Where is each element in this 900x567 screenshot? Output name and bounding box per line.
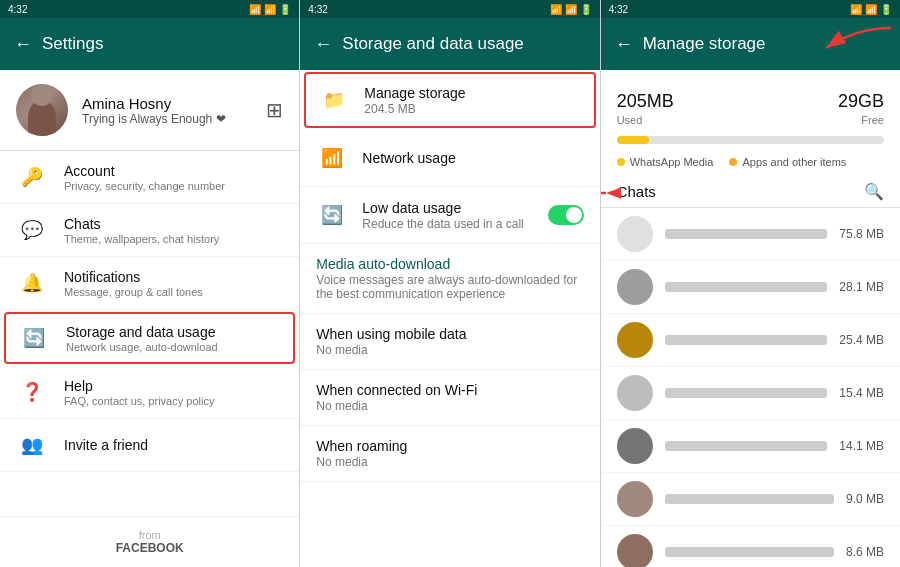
media-auto-download-item[interactable]: Media auto-download Voice messages are a… [300,244,599,314]
footer-from: from [139,529,161,541]
help-icon: ❓ [16,376,48,408]
settings-item-notifications[interactable]: 🔔 Notifications Message, group & call to… [0,257,299,310]
legend-dot-apps [729,158,737,166]
settings-item-invite[interactable]: 👥 Invite a friend [0,419,299,472]
notifications-subtitle: Message, group & call tones [64,286,203,298]
signal-icon-3: 📶 [865,4,877,15]
footer-brand: FACEBOOK [12,541,287,555]
wifi-text: When connected on Wi-Fi No media [316,382,477,413]
chat-list-item[interactable]: 15.4 MB [601,367,900,420]
storage-text: Storage and data usage Network usage, au… [66,324,218,353]
mobile-data-title: When using mobile data [316,326,466,342]
status-time-3: 4:32 [609,4,628,15]
invite-icon: 👥 [16,429,48,461]
network-usage-title: Network usage [362,150,455,166]
status-icons-2: 📶 📶 🔋 [550,4,592,15]
chat-avatar-4 [617,428,653,464]
account-text: Account Privacy, security, change number [64,163,225,192]
settings-item-storage[interactable]: 🔄 Storage and data usage Network usage, … [4,312,295,364]
chat-items-list: 75.8 MB 28.1 MB 25.4 MB 15.4 MB [601,208,900,567]
roaming-subtitle: No media [316,455,407,469]
storage-bar-fill [617,136,649,144]
storage-subtitle: Network usage, auto-download [66,341,218,353]
chats-text: Chats Theme, wallpapers, chat history [64,216,219,245]
chat-list-item[interactable]: 25.4 MB [601,314,900,367]
chat-avatar-3 [617,375,653,411]
wifi-icon-2: 📶 [550,4,562,15]
manage-storage-header-title: Manage storage [643,34,766,54]
settings-title: Settings [42,34,103,54]
manage-storage-text: Manage storage 204.5 MB [364,85,465,116]
roaming-title: When roaming [316,438,407,454]
chat-size-6: 8.6 MB [846,545,884,559]
low-data-title: Low data usage [362,200,523,216]
chat-name-bar-5 [665,494,834,504]
chat-list-item[interactable]: 28.1 MB [601,261,900,314]
free-label: Free [838,114,884,126]
chats-title: Chats [64,216,219,232]
mobile-data-text: When using mobile data No media [316,326,466,357]
media-auto-download-text: Media auto-download Voice messages are a… [316,256,583,301]
facebook-footer: from FACEBOOK [0,516,299,567]
chat-list-item[interactable]: 8.6 MB [601,526,900,567]
chat-list-item[interactable]: 14.1 MB [601,420,900,473]
chats-label: Chats [617,183,656,200]
account-icon: 🔑 [16,161,48,193]
status-time-1: 4:32 [8,4,27,15]
settings-item-help[interactable]: ❓ Help FAQ, contact us, privacy policy [0,366,299,419]
chat-avatar-5 [617,481,653,517]
help-text: Help FAQ, contact us, privacy policy [64,378,214,407]
manage-storage-panel: 4:32 📶 📶 🔋 ← Manage storage [601,0,900,567]
settings-item-account[interactable]: 🔑 Account Privacy, security, change numb… [0,151,299,204]
mobile-data-item[interactable]: When using mobile data No media [300,314,599,370]
legend-item-apps: Apps and other items [729,156,846,168]
chat-size-2: 25.4 MB [839,333,884,347]
settings-back-button[interactable]: ← [14,34,32,55]
chat-size-4: 14.1 MB [839,439,884,453]
search-icon[interactable]: 🔍 [864,182,884,201]
network-usage-text: Network usage [362,150,455,166]
status-time-2: 4:32 [308,4,327,15]
manage-storage-subtitle: 204.5 MB [364,102,465,116]
used-label: Used [617,114,674,126]
roaming-item[interactable]: When roaming No media [300,426,599,482]
storage-header: ← Storage and data usage [300,18,599,70]
media-auto-download-title: Media auto-download [316,256,583,272]
chat-name-bar-4 [665,441,828,451]
chat-list-item[interactable]: 75.8 MB [601,208,900,261]
storage-back-button[interactable]: ← [314,34,332,55]
avatar-image [16,84,68,136]
status-icons-1: 📶 📶 🔋 [249,4,291,15]
profile-section[interactable]: Amina Hosny Trying is Always Enough ❤ ⊞ [0,70,299,151]
manage-storage-item[interactable]: 📁 Manage storage 204.5 MB [304,72,595,128]
settings-item-chats[interactable]: 💬 Chats Theme, wallpapers, chat history [0,204,299,257]
used-number: 205MB [617,82,674,114]
low-data-subtitle: Reduce the data used in a call [362,217,523,231]
media-auto-download-subtitle: Voice messages are always auto-downloade… [316,273,583,301]
network-usage-item[interactable]: 📶 Network usage [300,130,599,187]
low-data-item[interactable]: 🔄 Low data usage Reduce the data used in… [300,187,599,244]
signal-icon-2: 📶 [565,4,577,15]
free-number: 29GB [838,82,884,114]
chat-avatar-2 [617,322,653,358]
help-subtitle: FAQ, contact us, privacy policy [64,395,214,407]
chat-size-1: 28.1 MB [839,280,884,294]
manage-storage-back-button[interactable]: ← [615,34,633,55]
status-icons-3: 📶 📶 🔋 [850,4,892,15]
chat-list-item[interactable]: 9.0 MB [601,473,900,526]
status-bar-3: 4:32 📶 📶 🔋 [601,0,900,18]
settings-list: 🔑 Account Privacy, security, change numb… [0,151,299,516]
avatar [16,84,68,136]
chats-settings-icon: 💬 [16,214,48,246]
invite-text: Invite a friend [64,437,148,453]
low-data-toggle[interactable] [548,205,584,225]
storage-data-list: 📁 Manage storage 204.5 MB 📶 Network usag… [300,70,599,567]
qr-icon[interactable]: ⊞ [266,98,283,122]
used-stat: 205MB Used [617,82,674,126]
app-container: 4:32 📶 📶 🔋 ← Settings Amina Hosny [0,0,900,567]
roaming-text: When roaming No media [316,438,407,469]
wifi-title: When connected on Wi-Fi [316,382,477,398]
avatar-head [31,84,53,106]
wifi-item[interactable]: When connected on Wi-Fi No media [300,370,599,426]
chat-name-bar-3 [665,388,828,398]
